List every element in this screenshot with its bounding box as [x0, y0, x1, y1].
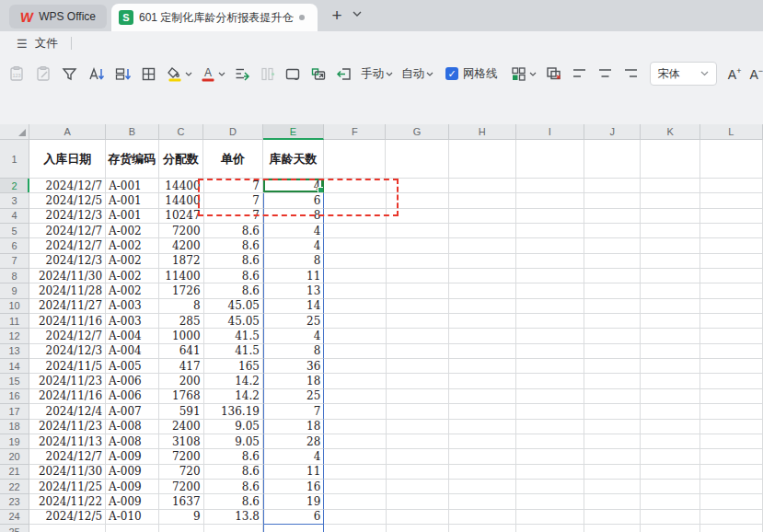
cell-B12[interactable]: A-004 — [106, 329, 159, 343]
cell-G5[interactable] — [387, 224, 449, 238]
column-header-E[interactable]: E — [263, 124, 324, 140]
align-center-button[interactable] — [597, 62, 613, 86]
cell-C20[interactable]: 7200 — [159, 449, 204, 464]
cell-K9[interactable] — [641, 283, 699, 298]
cell-C5[interactable]: 7200 — [159, 224, 204, 238]
column-header-C[interactable]: C — [159, 124, 204, 140]
cell-A8[interactable]: 2024/11/30 — [29, 269, 106, 283]
cell-E21[interactable]: 11 — [263, 465, 324, 480]
cell-F17[interactable] — [324, 404, 386, 419]
cell-B20[interactable]: A-009 — [106, 449, 159, 464]
cell-L17[interactable] — [700, 404, 763, 419]
cell-K15[interactable] — [641, 374, 699, 388]
distribute-columns-button[interactable] — [260, 62, 275, 86]
font-color-button[interactable]: A — [200, 62, 225, 86]
cell-C9[interactable]: 1726 — [159, 283, 204, 298]
cell-J14[interactable] — [584, 359, 641, 374]
cell-I2[interactable] — [516, 179, 584, 193]
fill-down-button[interactable] — [234, 62, 250, 86]
cell-F6[interactable] — [324, 238, 386, 253]
cell-A11[interactable]: 2024/11/16 — [29, 314, 106, 329]
cell-J3[interactable] — [584, 193, 641, 208]
cell-H9[interactable] — [449, 283, 516, 298]
cell-C15[interactable]: 200 — [159, 374, 204, 388]
cell-G20[interactable] — [387, 449, 449, 464]
cell-K25[interactable] — [641, 525, 699, 532]
cell-E22[interactable]: 16 — [263, 480, 324, 494]
cell-A12[interactable]: 2024/12/7 — [29, 329, 106, 343]
cell-J15[interactable] — [584, 374, 641, 388]
cell-E16[interactable]: 25 — [263, 389, 324, 404]
cell-A15[interactable]: 2024/11/23 — [29, 374, 106, 388]
font-size-decrease-button[interactable]: A− — [749, 62, 763, 86]
cell-E12[interactable]: 4 — [263, 329, 324, 343]
cell-C19[interactable]: 3108 — [159, 434, 204, 449]
cell-I9[interactable] — [516, 283, 584, 298]
checkbox-checked-icon[interactable]: ✓ — [445, 67, 458, 80]
cell-G11[interactable] — [387, 314, 449, 329]
cell-D12[interactable]: 41.5 — [204, 329, 263, 343]
cell-H11[interactable] — [449, 314, 516, 329]
cell-E11[interactable]: 25 — [263, 314, 324, 329]
cell-E23[interactable]: 19 — [263, 494, 324, 509]
cell-K22[interactable] — [641, 480, 699, 494]
cell-B23[interactable]: A-009 — [106, 494, 159, 509]
cell-K17[interactable] — [641, 404, 699, 419]
remove-overlap-button[interactable] — [545, 62, 562, 86]
row-header-5[interactable]: 5 — [0, 224, 29, 238]
auto-calc-button[interactable]: 自动 — [401, 62, 434, 86]
cell-C25[interactable] — [159, 525, 204, 532]
cell-G10[interactable] — [387, 299, 449, 314]
cell-I1[interactable] — [516, 140, 584, 179]
cell-F8[interactable] — [324, 269, 386, 283]
cell-A6[interactable]: 2024/12/7 — [29, 238, 106, 253]
cell-E25[interactable] — [263, 525, 324, 532]
cell-I21[interactable] — [516, 465, 584, 480]
cell-C2[interactable]: 14400 — [159, 179, 204, 193]
row-header-9[interactable]: 9 — [0, 283, 29, 298]
column-header-D[interactable]: D — [203, 124, 262, 140]
cell-J16[interactable] — [584, 389, 641, 404]
cell-I20[interactable] — [516, 449, 584, 464]
cell-F14[interactable] — [324, 359, 386, 374]
cell-J8[interactable] — [584, 269, 641, 283]
cell-F11[interactable] — [324, 314, 386, 329]
cell-F5[interactable] — [324, 224, 386, 238]
cell-D14[interactable]: 165 — [204, 359, 263, 374]
cell-E10[interactable]: 14 — [263, 299, 324, 314]
cell-J6[interactable] — [584, 238, 641, 253]
cell-I14[interactable] — [516, 359, 584, 374]
cell-C7[interactable]: 1872 — [159, 254, 204, 269]
cell-B8[interactable]: A-002 — [106, 269, 159, 283]
cell-I12[interactable] — [516, 329, 584, 343]
row-header-15[interactable]: 15 — [0, 374, 29, 388]
cell-A4[interactable]: 2024/12/3 — [29, 209, 106, 224]
cell-B19[interactable]: A-008 — [106, 434, 159, 449]
arrange-cells-button[interactable] — [510, 62, 537, 86]
row-header-6[interactable]: 6 — [0, 238, 29, 253]
cell-D10[interactable]: 45.05 — [204, 299, 263, 314]
cell-A13[interactable]: 2024/12/3 — [29, 344, 106, 359]
cell-L1[interactable] — [700, 140, 763, 179]
cell-J11[interactable] — [584, 314, 641, 329]
cell-J24[interactable] — [584, 510, 641, 525]
cell-I7[interactable] — [516, 254, 584, 269]
column-header-J[interactable]: J — [584, 124, 641, 140]
cell-H3[interactable] — [449, 193, 516, 208]
cell-G15[interactable] — [387, 374, 449, 388]
cell-B22[interactable]: A-009 — [106, 480, 159, 494]
cell-C10[interactable]: 8 — [159, 299, 204, 314]
cell-C3[interactable]: 14400 — [159, 193, 204, 208]
cell-K8[interactable] — [641, 269, 699, 283]
cell-A9[interactable]: 2024/11/28 — [29, 283, 106, 298]
cell-L4[interactable] — [700, 209, 763, 224]
cell-C24[interactable]: 9 — [159, 510, 204, 525]
cell-A16[interactable]: 2024/11/16 — [29, 389, 106, 404]
cell-J20[interactable] — [584, 449, 641, 464]
cell-K12[interactable] — [641, 329, 699, 343]
cell-A1[interactable]: 入库日期 — [29, 140, 106, 179]
row-header-12[interactable]: 12 — [0, 329, 29, 343]
cell-L18[interactable] — [700, 420, 763, 434]
cell-G19[interactable] — [387, 434, 449, 449]
cell-F12[interactable] — [324, 329, 386, 343]
